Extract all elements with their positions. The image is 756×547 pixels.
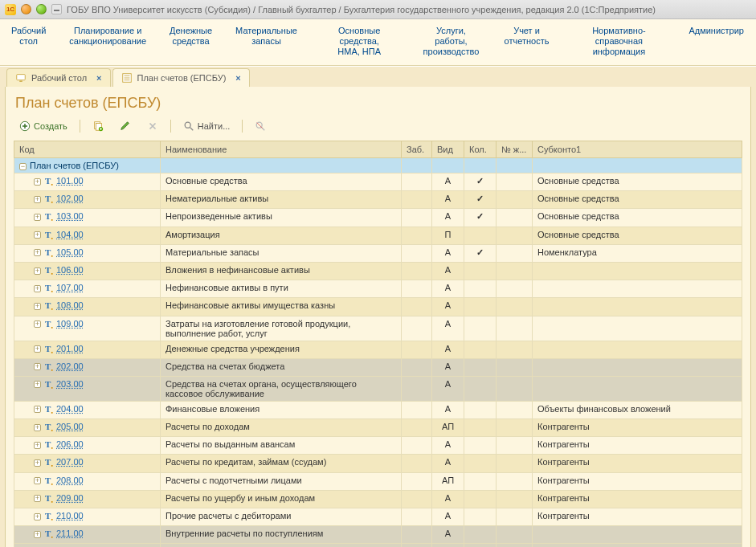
row-vid: А [432, 358, 464, 376]
account-icon: T• [44, 230, 54, 242]
row-no [497, 227, 533, 244]
accounts-table[interactable]: Код Наименование Заб. Вид Кол. № ж... Су… [14, 141, 742, 547]
table-row[interactable]: +T•212.00Внутренние расчеты по выбытиямА [14, 544, 742, 547]
window-close-icon[interactable] [21, 4, 31, 14]
table-row[interactable]: +T•205.00Расчеты по доходамАПКонтрагенты [14, 419, 742, 437]
topnav-item-6[interactable]: Учет и отчетность [493, 19, 562, 65]
row-vid: А [432, 437, 464, 455]
col-kol[interactable]: Кол. [464, 141, 497, 158]
topnav-item-8[interactable]: Администрир [677, 19, 756, 65]
topnav-item-5[interactable]: Услуги, работы, производство [410, 19, 492, 65]
table-row[interactable]: +T•204.00Финансовые вложенияАОбъекты фин… [14, 401, 742, 418]
table-row[interactable]: +T•203.00Средства на счетах органа, осущ… [14, 376, 742, 401]
expand-icon[interactable]: + [34, 442, 41, 449]
separator [170, 120, 171, 133]
row-sub1 [533, 358, 742, 376]
tab-close-icon[interactable]: × [235, 73, 240, 83]
topnav-item-7[interactable]: Нормативно-справочная информация [561, 19, 677, 65]
find-button[interactable]: Найти... [178, 118, 236, 134]
row-name: Расчеты по кредитам, займам (ссудам) [161, 455, 402, 472]
col-vid[interactable]: Вид [432, 141, 464, 158]
topnav-item-3[interactable]: Материальные запасы [224, 19, 309, 65]
expand-icon[interactable]: + [34, 345, 41, 353]
account-icon: T• [44, 457, 54, 469]
table-row[interactable]: +T•209.00Расчеты по ущербу и иным дохода… [14, 490, 742, 508]
row-code: 209.00 [56, 493, 84, 503]
expand-icon[interactable]: + [34, 320, 41, 328]
expand-icon[interactable]: + [34, 249, 41, 256]
topnav-item-2[interactable]: Денежные средства [158, 19, 224, 65]
expand-icon[interactable]: + [34, 231, 41, 239]
table-row[interactable]: +T•210.00Прочие расчеты с дебиторамиАКон… [14, 508, 742, 526]
col-no[interactable]: № ж... [497, 141, 533, 158]
clear-filter-button[interactable] [249, 118, 272, 134]
table-row[interactable]: +T•102.00Нематериальные активыА✓Основные… [14, 191, 742, 209]
expand-icon[interactable]: + [34, 477, 41, 484]
table-root-row[interactable]: −План счетов (ЕПСБУ) [14, 158, 742, 173]
topnav-item-4[interactable]: Основные средства, НМА, НПА [309, 19, 410, 65]
expand-icon[interactable]: + [34, 459, 41, 467]
table-row[interactable]: +T•104.00АмортизацияПОсновные средства [14, 227, 742, 244]
table-row[interactable]: +T•106.00Вложения в нефинансовые активыА [14, 262, 742, 280]
expand-icon[interactable]: + [34, 363, 41, 370]
row-code: 108.00 [56, 300, 84, 310]
row-zab [402, 280, 432, 298]
row-name: Внутренние расчеты по поступлениям [161, 526, 402, 544]
tab-0[interactable]: Рабочий стол× [6, 68, 111, 87]
tab-close-icon[interactable]: × [96, 73, 101, 83]
row-vid: А [432, 173, 464, 191]
table-row[interactable]: +T•101.00Основные средстваА✓Основные сре… [14, 173, 742, 191]
row-kol [464, 401, 497, 418]
collapse-icon[interactable]: − [19, 163, 27, 170]
expand-icon[interactable]: + [34, 381, 41, 388]
table-row[interactable]: +T•211.00Внутренние расчеты по поступлен… [14, 526, 742, 544]
expand-icon[interactable]: + [34, 513, 41, 520]
col-zab[interactable]: Заб. [402, 141, 432, 158]
tab-1[interactable]: План счетов (ЕПСБУ)× [112, 68, 250, 87]
table-row[interactable]: +T•108.00Нефинансовые активы имущества к… [14, 298, 742, 316]
expand-icon[interactable]: + [34, 285, 41, 292]
window-menu-icon[interactable] [51, 4, 62, 14]
expand-icon[interactable]: + [34, 303, 41, 310]
delete-button[interactable] [141, 118, 164, 134]
expand-icon[interactable]: + [34, 178, 41, 186]
row-sub1 [533, 316, 742, 341]
copy-button[interactable] [87, 118, 109, 134]
table-row[interactable]: +T•201.00Денежные средства учрежденияА [14, 341, 742, 358]
table-row[interactable]: +T•206.00Расчеты по выданным авансамАКон… [14, 437, 742, 455]
expand-icon[interactable]: + [34, 406, 41, 413]
expand-icon[interactable]: + [34, 196, 41, 203]
search-icon [183, 120, 194, 132]
table-row[interactable]: +T•109.00Затраты на изготовление готовой… [14, 316, 742, 341]
topnav-item-0[interactable]: Рабочий стол [0, 19, 58, 65]
edit-button[interactable] [114, 118, 137, 134]
table-row[interactable]: +T•208.00Расчеты с подотчетными лицамиАП… [14, 472, 742, 490]
table-row[interactable]: +T•105.00Материальные запасыА✓Номенклату… [14, 244, 742, 262]
table-row[interactable]: +T•207.00Расчеты по кредитам, займам (сс… [14, 455, 742, 472]
create-button[interactable]: Создать [14, 118, 73, 134]
col-name[interactable]: Наименование [161, 141, 402, 158]
table-row[interactable]: +T•103.00Непроизведенные активыА✓Основны… [14, 209, 742, 227]
row-code: 203.00 [56, 379, 84, 389]
row-kol [464, 490, 497, 508]
expand-icon[interactable]: + [34, 495, 41, 502]
window-max-icon[interactable] [36, 4, 47, 14]
row-vid: П [432, 227, 464, 244]
row-sub1: Основные средства [533, 173, 742, 191]
expand-icon[interactable]: + [34, 214, 41, 221]
table-row[interactable]: +T•202.00Средства на счетах бюджетаА [14, 358, 742, 376]
table-row[interactable]: +T•107.00Нефинансовые активы в путиА [14, 280, 742, 298]
col-sub1[interactable]: Субконто1 [533, 141, 742, 158]
topnav-item-1[interactable]: Планирование и санкционирование [58, 19, 158, 65]
expand-icon[interactable]: + [34, 531, 41, 538]
row-kol [464, 455, 497, 472]
row-no [497, 280, 533, 298]
row-kol [464, 437, 497, 455]
expand-icon[interactable]: + [34, 424, 41, 431]
expand-icon[interactable]: + [34, 267, 41, 275]
col-code[interactable]: Код [14, 141, 161, 158]
row-kol [464, 280, 497, 298]
account-icon: T• [44, 379, 54, 391]
account-icon: T• [44, 265, 54, 277]
row-no [497, 341, 533, 358]
